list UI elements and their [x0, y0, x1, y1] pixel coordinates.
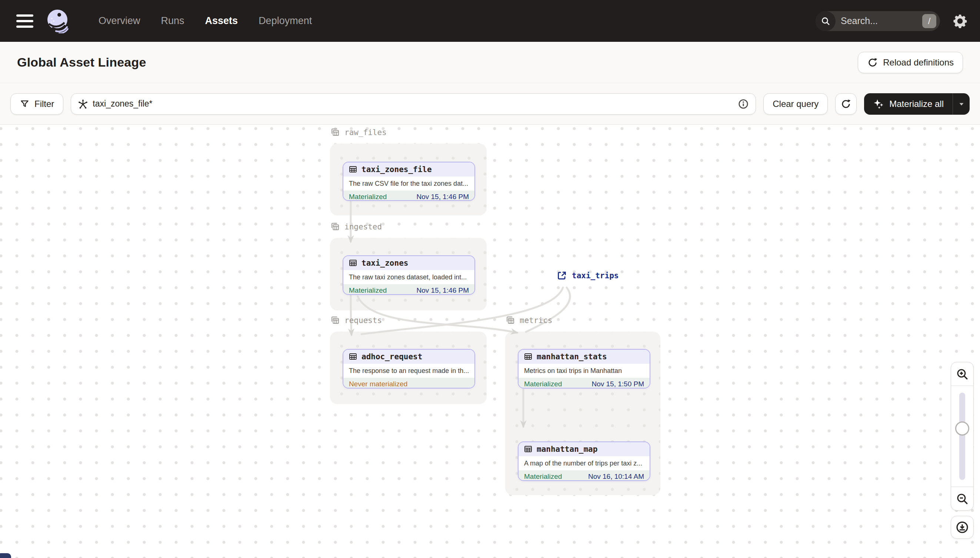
asset-node-header: taxi_zones_file: [343, 162, 474, 177]
nav-link-assets[interactable]: Assets: [205, 15, 238, 27]
refresh-icon: [867, 57, 878, 68]
asset-node-taxi-zones-file[interactable]: taxi_zones_file The raw CSV file for the…: [343, 162, 475, 201]
download-graph-button[interactable]: [951, 516, 974, 539]
refresh-icon: [840, 98, 852, 110]
lineage-canvas[interactable]: raw_files ingested requests metrics taxi…: [0, 125, 980, 558]
asset-selector-icon: [78, 99, 88, 109]
table-icon: [524, 352, 533, 361]
status-badge: Materialized: [524, 473, 562, 481]
search-input[interactable]: [841, 16, 900, 26]
group-icon: [330, 315, 340, 325]
group-label-requests[interactable]: requests: [330, 315, 382, 325]
asset-name: adhoc_request: [361, 352, 422, 361]
asset-status-bar: Materialized Nov 15, 1:46 PM: [343, 190, 474, 201]
asset-node-manhattan-stats[interactable]: manhattan_stats Metrics on taxi trips in…: [518, 349, 651, 389]
group-icon: [505, 315, 515, 325]
materialize-dropdown-button[interactable]: [953, 93, 970, 115]
zoom-slider[interactable]: [951, 386, 973, 487]
edge-taxi-trips-to-manhattan-stats: [526, 287, 570, 332]
caret-down-icon: [957, 100, 966, 108]
asset-description: The response to an request made in th...: [343, 364, 474, 378]
search-shortcut-badge: /: [922, 14, 936, 28]
table-icon: [349, 259, 357, 268]
asset-node-header: adhoc_request: [343, 350, 474, 364]
group-name: metrics: [520, 316, 553, 325]
zoom-out-icon: [956, 492, 968, 505]
asset-description: A map of the number of trips per taxi z.…: [519, 456, 650, 470]
nav-links: Overview Runs Assets Deployment: [99, 15, 312, 27]
asset-description: The raw taxi zones dataset, loaded int..…: [343, 270, 474, 284]
materialize-all-button[interactable]: Materialize all: [864, 93, 953, 115]
zoom-in-icon: [956, 368, 968, 381]
zoom-out-button[interactable]: [951, 487, 973, 510]
lineage-toolbar: Filter Clear query: [0, 83, 980, 125]
nav-link-runs[interactable]: Runs: [161, 15, 184, 27]
lineage-edges: [0, 125, 980, 558]
download-icon: [955, 520, 969, 534]
zoom-in-button[interactable]: [951, 362, 973, 386]
asset-name: taxi_zones_file: [361, 165, 432, 174]
external-asset-taxi-trips[interactable]: taxi_trips: [556, 270, 619, 281]
refresh-graph-button[interactable]: [835, 93, 856, 115]
group-label-raw-files[interactable]: raw_files: [330, 127, 387, 137]
search-box[interactable]: /: [815, 11, 940, 31]
materialization-timestamp: Nov 15, 1:50 PM: [591, 380, 644, 388]
materialization-timestamp: Nov 15, 1:46 PM: [416, 286, 469, 295]
filter-funnel-icon: [20, 99, 30, 109]
asset-status-bar: Materialized Nov 15, 1:46 PM: [343, 284, 474, 295]
materialization-timestamp: Nov 15, 1:46 PM: [416, 193, 469, 201]
asset-name: manhattan_stats: [537, 352, 607, 361]
asset-name: taxi_zones: [361, 259, 408, 268]
asset-node-manhattan-map[interactable]: manhattan_map A map of the number of tri…: [518, 441, 651, 481]
status-badge: Materialized: [349, 286, 387, 295]
asset-node-header: manhattan_map: [519, 442, 650, 456]
clear-query-label: Clear query: [772, 99, 819, 109]
reload-definitions-label: Reload definitions: [883, 57, 954, 68]
materialize-all-split-button: Materialize all: [864, 93, 970, 115]
query-info-icon[interactable]: [738, 98, 749, 110]
status-badge: Never materialized: [349, 380, 407, 388]
sparkle-icon: [873, 98, 884, 110]
nav-link-overview[interactable]: Overview: [99, 15, 140, 27]
status-badge: Materialized: [524, 380, 562, 388]
external-link-icon: [556, 270, 567, 281]
zoom-controls: [951, 362, 974, 510]
asset-description: The raw CSV file for the taxi zones dat.…: [343, 177, 474, 190]
external-asset-name: taxi_trips: [572, 271, 619, 280]
group-label-ingested[interactable]: ingested: [330, 222, 382, 231]
asset-name: manhattan_map: [537, 445, 598, 454]
filter-button[interactable]: Filter: [10, 93, 63, 115]
reload-definitions-button[interactable]: Reload definitions: [858, 52, 963, 73]
group-icon: [330, 127, 340, 137]
page-header: Global Asset Lineage Reload definitions: [0, 42, 980, 83]
table-icon: [349, 352, 357, 361]
asset-query-box[interactable]: [71, 93, 756, 115]
corner-popup-sliver: [0, 553, 11, 558]
top-nav: Overview Runs Assets Deployment /: [0, 0, 980, 42]
asset-description: Metrics on taxi trips in Manhattan: [519, 364, 650, 378]
asset-status-bar: Materialized Nov 15, 1:50 PM: [519, 378, 650, 389]
filter-label: Filter: [35, 99, 54, 109]
group-name: requests: [344, 316, 382, 325]
asset-node-adhoc-request[interactable]: adhoc_request The response to an request…: [343, 349, 475, 389]
zoom-slider-track: [959, 392, 965, 480]
materialize-all-label: Materialize all: [889, 99, 944, 109]
nav-link-deployment[interactable]: Deployment: [259, 15, 312, 27]
materialization-timestamp: Nov 16, 10:14 AM: [588, 473, 644, 481]
zoom-slider-handle[interactable]: [955, 422, 969, 435]
settings-gear-icon[interactable]: [951, 12, 969, 30]
status-badge: Materialized: [349, 193, 387, 201]
asset-node-taxi-zones[interactable]: taxi_zones The raw taxi zones dataset, l…: [343, 255, 475, 295]
asset-node-header: taxi_zones: [343, 256, 474, 270]
dagster-logo[interactable]: [46, 9, 70, 33]
group-name: raw_files: [344, 128, 387, 137]
table-icon: [524, 445, 533, 454]
menu-icon[interactable]: [16, 15, 33, 28]
clear-query-button[interactable]: Clear query: [763, 93, 828, 115]
asset-status-bar: Never materialized: [343, 378, 474, 389]
asset-query-input[interactable]: [92, 99, 733, 109]
group-icon: [330, 222, 340, 231]
table-icon: [349, 165, 357, 174]
asset-status-bar: Materialized Nov 16, 10:14 AM: [519, 470, 650, 481]
group-label-metrics[interactable]: metrics: [505, 315, 553, 325]
